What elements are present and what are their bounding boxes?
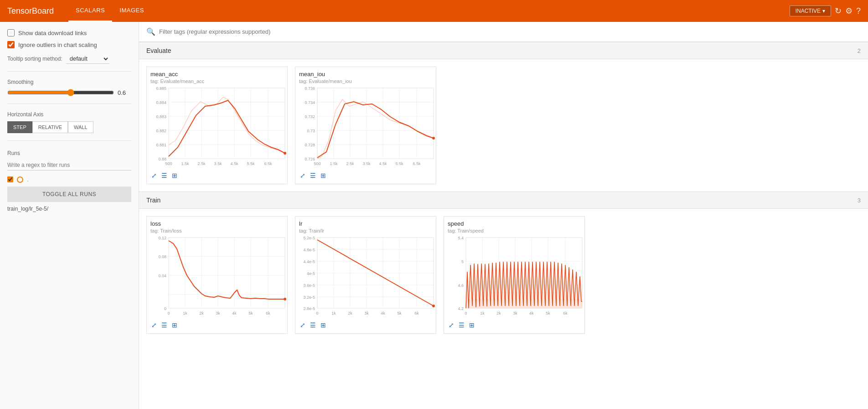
- nav-scalars[interactable]: SCALARS: [68, 0, 112, 22]
- fit-loss[interactable]: ⊞: [171, 321, 178, 330]
- mean-acc-actions: ⤢ ☰ ⊞: [150, 171, 284, 180]
- svg-text:6.5k: 6.5k: [264, 161, 272, 166]
- inactive-dropdown[interactable]: INACTIVE ▾: [790, 5, 831, 16]
- svg-text:0.04: 0.04: [158, 274, 166, 278]
- svg-text:0: 0: [316, 311, 318, 316]
- ignore-outliers-checkbox[interactable]: [7, 41, 15, 48]
- svg-text:4.2: 4.2: [458, 306, 464, 311]
- evaluate-charts-grid: mean_acc tag: Evaluate/mean_acc: [139, 59, 868, 192]
- fit-lr[interactable]: ⊞: [320, 321, 327, 330]
- svg-text:4k: 4k: [529, 311, 534, 316]
- data-lr[interactable]: ☰: [309, 321, 317, 330]
- fit-speed[interactable]: ⊞: [468, 321, 475, 330]
- mean-acc-title: mean_acc: [150, 71, 284, 78]
- tooltip-sorting-select[interactable]: default ascending descending nearest: [66, 54, 109, 64]
- fit-mean-acc[interactable]: ⊞: [171, 171, 178, 180]
- runs-filter-input[interactable]: [7, 160, 131, 171]
- svg-text:5k: 5k: [397, 311, 402, 316]
- svg-text:1.5k: 1.5k: [181, 161, 189, 166]
- mean-acc-svg-container: 0.885 0.884 0.883 0.882 0.881 0.88 500 1…: [150, 86, 284, 169]
- mean-iou-svg-container: 0.736 0.734 0.732 0.73 0.728 0.726 500 1…: [299, 86, 432, 169]
- svg-text:500: 500: [165, 161, 172, 166]
- fit-mean-iou[interactable]: ⊞: [320, 171, 327, 180]
- refresh-icon[interactable]: ↻: [835, 6, 842, 16]
- train-count: 3: [858, 197, 861, 204]
- svg-text:1k: 1k: [331, 311, 336, 316]
- expand-mean-iou[interactable]: ⤢: [299, 171, 306, 180]
- axis-wall-button[interactable]: WALL: [68, 121, 93, 133]
- data-mean-iou[interactable]: ☰: [309, 171, 317, 180]
- data-mean-acc[interactable]: ☰: [160, 171, 168, 180]
- svg-text:2k: 2k: [199, 311, 204, 316]
- nav-images[interactable]: IMAGES: [112, 0, 151, 22]
- svg-text:0.726: 0.726: [305, 157, 315, 161]
- svg-text:3.6e-5: 3.6e-5: [303, 283, 315, 288]
- svg-text:6k: 6k: [563, 311, 568, 316]
- expand-mean-acc[interactable]: ⤢: [150, 171, 158, 180]
- speed-actions: ⤢ ☰ ⊞: [448, 321, 581, 330]
- svg-text:1.5k: 1.5k: [330, 161, 338, 166]
- svg-text:0: 0: [465, 311, 467, 316]
- svg-text:6k: 6k: [266, 311, 270, 316]
- help-icon[interactable]: ?: [856, 6, 861, 16]
- divider-3: [7, 140, 131, 141]
- toggle-all-button[interactable]: TOGGLE ALL RUNS: [7, 186, 131, 202]
- svg-text:1k: 1k: [183, 311, 187, 316]
- svg-text:2.5k: 2.5k: [346, 161, 354, 166]
- evaluate-section: Evaluate 2 mean_acc tag: Evaluate/mean_a…: [139, 42, 868, 192]
- data-speed[interactable]: ☰: [458, 321, 465, 330]
- loss-tag: tag: Train/loss: [150, 228, 284, 233]
- svg-text:3k: 3k: [364, 311, 369, 316]
- svg-text:0.728: 0.728: [305, 143, 315, 147]
- evaluate-title: Evaluate: [146, 47, 171, 54]
- svg-text:0.881: 0.881: [156, 143, 166, 147]
- filter-input[interactable]: [159, 28, 861, 35]
- svg-text:4.5k: 4.5k: [379, 161, 387, 166]
- svg-point-106: [432, 305, 435, 307]
- loss-actions: ⤢ ☰ ⊞: [150, 321, 284, 330]
- show-download-checkbox[interactable]: [7, 29, 15, 36]
- evaluate-section-header: Evaluate 2: [139, 42, 868, 59]
- expand-speed[interactable]: ⤢: [448, 321, 455, 330]
- search-icon: 🔍: [146, 27, 155, 36]
- svg-text:0.12: 0.12: [158, 236, 166, 240]
- svg-text:6k: 6k: [414, 311, 419, 316]
- svg-text:500: 500: [314, 161, 320, 166]
- expand-lr[interactable]: ⤢: [299, 321, 306, 330]
- loss-svg: 0.12 0.08 0.04 0 0 1k 2k 3k 4k 5k 6k: [150, 235, 287, 317]
- svg-text:2.5k: 2.5k: [197, 161, 206, 166]
- layout: Show data download links Ignore outliers…: [0, 22, 868, 409]
- header-right: INACTIVE ▾ ↻ ⚙ ?: [790, 5, 861, 16]
- run-dot-label: .: [27, 176, 29, 183]
- runs-title: Runs: [7, 150, 131, 156]
- svg-text:4e-5: 4e-5: [307, 271, 315, 276]
- svg-text:4.6: 4.6: [458, 283, 464, 288]
- svg-text:6.5k: 6.5k: [413, 161, 421, 166]
- run-circle: [17, 176, 23, 183]
- lr-svg: 5.2e-5 4.8e-5 4.4e-5 4e-5 3.6e-5 3.2e-5 …: [299, 235, 436, 317]
- speed-tag: tag: Train/speed: [448, 228, 581, 233]
- horizontal-axis-label: Horizontal Axis: [7, 111, 131, 118]
- svg-text:5.4: 5.4: [458, 236, 464, 240]
- divider-2: [7, 104, 131, 104]
- expand-loss[interactable]: ⤢: [150, 321, 158, 330]
- run-checkbox[interactable]: [7, 176, 13, 182]
- tooltip-row: Tooltip sorting method: default ascendin…: [7, 54, 131, 64]
- axis-buttons: STEP RELATIVE WALL: [7, 121, 131, 133]
- settings-icon[interactable]: ⚙: [845, 6, 852, 16]
- smoothing-slider[interactable]: [7, 89, 114, 96]
- svg-text:3.2e-5: 3.2e-5: [303, 295, 315, 300]
- svg-text:0.08: 0.08: [158, 254, 166, 259]
- svg-text:0.883: 0.883: [156, 114, 166, 119]
- speed-svg-container: 5.4 5 4.6 4.2 0 1k 2k 3k 4k 5k 6k: [448, 235, 581, 319]
- svg-text:5.2e-5: 5.2e-5: [303, 236, 315, 240]
- axis-step-button[interactable]: STEP: [7, 121, 32, 133]
- smoothing-row: 0.6: [7, 89, 131, 96]
- data-loss[interactable]: ☰: [160, 321, 168, 330]
- mean-iou-title: mean_iou: [299, 71, 432, 78]
- svg-text:3.5k: 3.5k: [362, 161, 371, 166]
- mean-iou-tag: tag: Evaluate/mean_iou: [299, 78, 432, 84]
- lr-title: lr: [299, 220, 432, 227]
- svg-text:4.5k: 4.5k: [230, 161, 238, 166]
- axis-relative-button[interactable]: RELATIVE: [32, 121, 68, 133]
